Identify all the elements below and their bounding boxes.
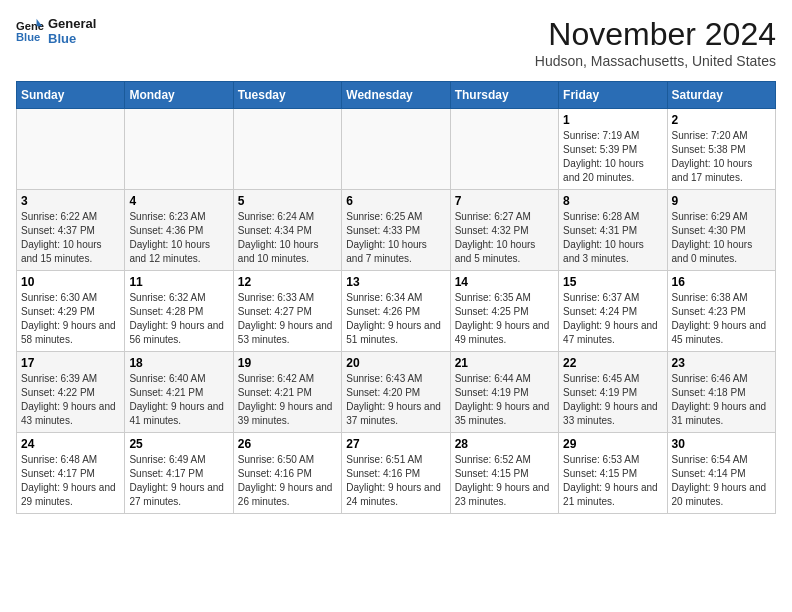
- calendar-body: 1Sunrise: 7:19 AM Sunset: 5:39 PM Daylig…: [17, 109, 776, 514]
- calendar-cell: 28Sunrise: 6:52 AM Sunset: 4:15 PM Dayli…: [450, 433, 558, 514]
- logo-icon: General Blue: [16, 17, 44, 45]
- day-info: Sunrise: 6:52 AM Sunset: 4:15 PM Dayligh…: [455, 453, 554, 509]
- day-number: 28: [455, 437, 554, 451]
- calendar-cell: 13Sunrise: 6:34 AM Sunset: 4:26 PM Dayli…: [342, 271, 450, 352]
- day-info: Sunrise: 6:22 AM Sunset: 4:37 PM Dayligh…: [21, 210, 120, 266]
- day-info: Sunrise: 6:28 AM Sunset: 4:31 PM Dayligh…: [563, 210, 662, 266]
- day-info: Sunrise: 6:42 AM Sunset: 4:21 PM Dayligh…: [238, 372, 337, 428]
- day-info: Sunrise: 6:48 AM Sunset: 4:17 PM Dayligh…: [21, 453, 120, 509]
- calendar-cell: 19Sunrise: 6:42 AM Sunset: 4:21 PM Dayli…: [233, 352, 341, 433]
- day-number: 19: [238, 356, 337, 370]
- day-info: Sunrise: 6:38 AM Sunset: 4:23 PM Dayligh…: [672, 291, 771, 347]
- calendar-cell: 11Sunrise: 6:32 AM Sunset: 4:28 PM Dayli…: [125, 271, 233, 352]
- calendar-week-row: 10Sunrise: 6:30 AM Sunset: 4:29 PM Dayli…: [17, 271, 776, 352]
- calendar-cell: 16Sunrise: 6:38 AM Sunset: 4:23 PM Dayli…: [667, 271, 775, 352]
- calendar-cell: 7Sunrise: 6:27 AM Sunset: 4:32 PM Daylig…: [450, 190, 558, 271]
- calendar-week-row: 24Sunrise: 6:48 AM Sunset: 4:17 PM Dayli…: [17, 433, 776, 514]
- day-info: Sunrise: 6:43 AM Sunset: 4:20 PM Dayligh…: [346, 372, 445, 428]
- day-info: Sunrise: 6:37 AM Sunset: 4:24 PM Dayligh…: [563, 291, 662, 347]
- calendar-cell: 27Sunrise: 6:51 AM Sunset: 4:16 PM Dayli…: [342, 433, 450, 514]
- month-title: November 2024: [535, 16, 776, 53]
- calendar-cell: 14Sunrise: 6:35 AM Sunset: 4:25 PM Dayli…: [450, 271, 558, 352]
- day-info: Sunrise: 6:27 AM Sunset: 4:32 PM Dayligh…: [455, 210, 554, 266]
- day-number: 22: [563, 356, 662, 370]
- day-number: 24: [21, 437, 120, 451]
- day-number: 21: [455, 356, 554, 370]
- day-number: 12: [238, 275, 337, 289]
- day-info: Sunrise: 6:24 AM Sunset: 4:34 PM Dayligh…: [238, 210, 337, 266]
- calendar-cell: 23Sunrise: 6:46 AM Sunset: 4:18 PM Dayli…: [667, 352, 775, 433]
- day-number: 17: [21, 356, 120, 370]
- calendar-cell: 8Sunrise: 6:28 AM Sunset: 4:31 PM Daylig…: [559, 190, 667, 271]
- day-info: Sunrise: 6:29 AM Sunset: 4:30 PM Dayligh…: [672, 210, 771, 266]
- day-info: Sunrise: 6:30 AM Sunset: 4:29 PM Dayligh…: [21, 291, 120, 347]
- day-info: Sunrise: 6:51 AM Sunset: 4:16 PM Dayligh…: [346, 453, 445, 509]
- day-info: Sunrise: 6:54 AM Sunset: 4:14 PM Dayligh…: [672, 453, 771, 509]
- calendar-cell: 21Sunrise: 6:44 AM Sunset: 4:19 PM Dayli…: [450, 352, 558, 433]
- day-info: Sunrise: 6:32 AM Sunset: 4:28 PM Dayligh…: [129, 291, 228, 347]
- calendar-cell: 25Sunrise: 6:49 AM Sunset: 4:17 PM Dayli…: [125, 433, 233, 514]
- calendar-week-row: 3Sunrise: 6:22 AM Sunset: 4:37 PM Daylig…: [17, 190, 776, 271]
- day-info: Sunrise: 6:44 AM Sunset: 4:19 PM Dayligh…: [455, 372, 554, 428]
- calendar-cell: 17Sunrise: 6:39 AM Sunset: 4:22 PM Dayli…: [17, 352, 125, 433]
- day-info: Sunrise: 6:50 AM Sunset: 4:16 PM Dayligh…: [238, 453, 337, 509]
- weekday-header: Monday: [125, 82, 233, 109]
- calendar-cell: 24Sunrise: 6:48 AM Sunset: 4:17 PM Dayli…: [17, 433, 125, 514]
- day-info: Sunrise: 6:33 AM Sunset: 4:27 PM Dayligh…: [238, 291, 337, 347]
- day-info: Sunrise: 6:34 AM Sunset: 4:26 PM Dayligh…: [346, 291, 445, 347]
- day-number: 13: [346, 275, 445, 289]
- day-number: 26: [238, 437, 337, 451]
- day-number: 23: [672, 356, 771, 370]
- logo-line2: Blue: [48, 31, 96, 46]
- day-number: 29: [563, 437, 662, 451]
- day-info: Sunrise: 6:23 AM Sunset: 4:36 PM Dayligh…: [129, 210, 228, 266]
- calendar-cell: 29Sunrise: 6:53 AM Sunset: 4:15 PM Dayli…: [559, 433, 667, 514]
- day-info: Sunrise: 7:20 AM Sunset: 5:38 PM Dayligh…: [672, 129, 771, 185]
- day-number: 3: [21, 194, 120, 208]
- calendar-week-row: 1Sunrise: 7:19 AM Sunset: 5:39 PM Daylig…: [17, 109, 776, 190]
- day-number: 2: [672, 113, 771, 127]
- calendar-cell: 3Sunrise: 6:22 AM Sunset: 4:37 PM Daylig…: [17, 190, 125, 271]
- day-info: Sunrise: 6:39 AM Sunset: 4:22 PM Dayligh…: [21, 372, 120, 428]
- calendar-cell: 20Sunrise: 6:43 AM Sunset: 4:20 PM Dayli…: [342, 352, 450, 433]
- calendar-cell: 2Sunrise: 7:20 AM Sunset: 5:38 PM Daylig…: [667, 109, 775, 190]
- calendar-cell: 15Sunrise: 6:37 AM Sunset: 4:24 PM Dayli…: [559, 271, 667, 352]
- day-number: 30: [672, 437, 771, 451]
- day-info: Sunrise: 6:45 AM Sunset: 4:19 PM Dayligh…: [563, 372, 662, 428]
- calendar-cell: 1Sunrise: 7:19 AM Sunset: 5:39 PM Daylig…: [559, 109, 667, 190]
- weekday-header: Wednesday: [342, 82, 450, 109]
- weekday-header: Sunday: [17, 82, 125, 109]
- calendar-cell: 12Sunrise: 6:33 AM Sunset: 4:27 PM Dayli…: [233, 271, 341, 352]
- location-title: Hudson, Massachusetts, United States: [535, 53, 776, 69]
- day-number: 18: [129, 356, 228, 370]
- day-number: 5: [238, 194, 337, 208]
- weekday-header: Saturday: [667, 82, 775, 109]
- calendar-cell: 9Sunrise: 6:29 AM Sunset: 4:30 PM Daylig…: [667, 190, 775, 271]
- day-info: Sunrise: 6:35 AM Sunset: 4:25 PM Dayligh…: [455, 291, 554, 347]
- svg-text:Blue: Blue: [16, 31, 40, 43]
- day-info: Sunrise: 6:53 AM Sunset: 4:15 PM Dayligh…: [563, 453, 662, 509]
- day-number: 15: [563, 275, 662, 289]
- day-number: 8: [563, 194, 662, 208]
- day-info: Sunrise: 6:40 AM Sunset: 4:21 PM Dayligh…: [129, 372, 228, 428]
- day-number: 1: [563, 113, 662, 127]
- day-info: Sunrise: 6:49 AM Sunset: 4:17 PM Dayligh…: [129, 453, 228, 509]
- day-info: Sunrise: 7:19 AM Sunset: 5:39 PM Dayligh…: [563, 129, 662, 185]
- day-info: Sunrise: 6:25 AM Sunset: 4:33 PM Dayligh…: [346, 210, 445, 266]
- day-number: 14: [455, 275, 554, 289]
- calendar-cell: [17, 109, 125, 190]
- calendar-cell: 18Sunrise: 6:40 AM Sunset: 4:21 PM Dayli…: [125, 352, 233, 433]
- calendar-cell: [125, 109, 233, 190]
- day-number: 27: [346, 437, 445, 451]
- calendar-cell: 26Sunrise: 6:50 AM Sunset: 4:16 PM Dayli…: [233, 433, 341, 514]
- calendar-cell: [233, 109, 341, 190]
- day-number: 7: [455, 194, 554, 208]
- calendar-cell: [342, 109, 450, 190]
- calendar-cell: 10Sunrise: 6:30 AM Sunset: 4:29 PM Dayli…: [17, 271, 125, 352]
- title-section: November 2024 Hudson, Massachusetts, Uni…: [535, 16, 776, 69]
- calendar-week-row: 17Sunrise: 6:39 AM Sunset: 4:22 PM Dayli…: [17, 352, 776, 433]
- header-row: SundayMondayTuesdayWednesdayThursdayFrid…: [17, 82, 776, 109]
- calendar-table: SundayMondayTuesdayWednesdayThursdayFrid…: [16, 81, 776, 514]
- calendar-cell: 30Sunrise: 6:54 AM Sunset: 4:14 PM Dayli…: [667, 433, 775, 514]
- calendar-cell: 4Sunrise: 6:23 AM Sunset: 4:36 PM Daylig…: [125, 190, 233, 271]
